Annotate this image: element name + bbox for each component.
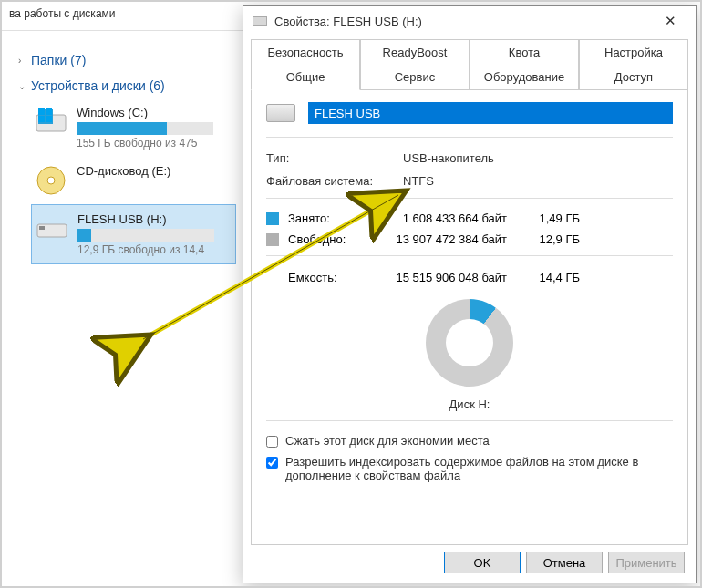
tree-folders[interactable]: › Папки (7) bbox=[18, 47, 236, 73]
close-button[interactable]: ✕ bbox=[650, 13, 690, 29]
filesystem-label: Файловая система: bbox=[266, 174, 403, 188]
index-checkbox[interactable] bbox=[266, 457, 278, 469]
apply-button[interactable]: Применить bbox=[608, 552, 685, 573]
free-label: Свободно: bbox=[288, 232, 370, 246]
tabs-row-1: Безопасность ReadyBoost Квота Настройка bbox=[251, 39, 688, 65]
index-label: Разрешить индексировать содержимое файло… bbox=[285, 455, 673, 482]
pie-label: Диск H: bbox=[266, 397, 673, 411]
svg-rect-3 bbox=[38, 108, 45, 115]
usb-drive-icon bbox=[36, 212, 68, 245]
filesystem-value: NTFS bbox=[403, 174, 673, 188]
dialog-title: Свойства: FLESH USB (H:) bbox=[274, 15, 422, 28]
capacity-bar bbox=[77, 229, 214, 242]
explorer-panel: ва работы с дисками › Папки (7) ⌄ Устрой… bbox=[2, 2, 243, 585]
drive-windows-c[interactable]: Windows (C:) 155 ГБ свободно из 475 bbox=[31, 98, 236, 157]
folders-count: (7) bbox=[70, 53, 86, 67]
drive-name: FLESH USB (H:) bbox=[77, 212, 232, 226]
svg-rect-10 bbox=[39, 226, 45, 230]
devices-count: (6) bbox=[150, 78, 165, 93]
drive-free-text: 155 ГБ свободно из 475 bbox=[77, 137, 232, 150]
drive-cd-e[interactable]: CD-дисковод (E:) bbox=[31, 157, 236, 204]
drive-flesh-usb-h[interactable]: FLESH USB (H:) 12,9 ГБ свободно из 14,4 bbox=[31, 204, 236, 264]
svg-rect-5 bbox=[38, 116, 45, 122]
tab-customize[interactable]: Настройка bbox=[579, 39, 688, 66]
capacity-bytes: 15 515 906 048 байт bbox=[370, 271, 525, 284]
drive-free-text: 12,9 ГБ свободно из 14,4 bbox=[77, 243, 232, 256]
dialog-titlebar: Свойства: FLESH USB (H:) ✕ bbox=[243, 6, 696, 36]
tab-general[interactable]: Общие bbox=[251, 65, 360, 90]
free-color-swatch bbox=[266, 233, 279, 246]
tab-hardware[interactable]: Оборудование bbox=[470, 65, 579, 90]
svg-rect-6 bbox=[46, 116, 52, 122]
tab-tools[interactable]: Сервис bbox=[360, 65, 470, 90]
nav-tree: › Папки (7) ⌄ Устройства и диски (6) Win… bbox=[2, 31, 243, 264]
tab-security[interactable]: Безопасность bbox=[251, 39, 360, 66]
chevron-down-icon: ⌄ bbox=[18, 81, 31, 91]
tab-readyboost[interactable]: ReadyBoost bbox=[360, 39, 470, 66]
drive-name: CD-дисковод (E:) bbox=[77, 164, 232, 178]
tree-devices[interactable]: ⌄ Устройства и диски (6) bbox=[18, 73, 236, 98]
type-value: USB-накопитель bbox=[403, 151, 673, 165]
chevron-right-icon: › bbox=[18, 56, 31, 66]
properties-dialog: Свойства: FLESH USB (H:) ✕ Безопасность … bbox=[243, 5, 697, 583]
used-gb: 1,49 ГБ bbox=[525, 211, 580, 225]
drive-name-input[interactable] bbox=[308, 102, 673, 124]
svg-point-8 bbox=[47, 177, 55, 184]
index-checkbox-row[interactable]: Разрешить индексировать содержимое файло… bbox=[266, 451, 673, 486]
disk-usage-pie bbox=[426, 299, 513, 387]
free-gb: 12,9 ГБ bbox=[525, 232, 580, 246]
cd-icon bbox=[35, 164, 67, 197]
tabs-row-2: Общие Сервис Оборудование Доступ bbox=[251, 65, 688, 89]
tab-sharing[interactable]: Доступ bbox=[579, 65, 688, 90]
drive-icon bbox=[253, 16, 267, 26]
compress-checkbox[interactable] bbox=[266, 436, 278, 448]
compress-label: Сжать этот диск для экономии места bbox=[285, 434, 490, 448]
hdd-icon bbox=[35, 106, 67, 139]
toolbar: ва работы с дисками bbox=[2, 2, 243, 31]
capacity-label: Емкость: bbox=[266, 271, 370, 284]
capacity-bar bbox=[77, 122, 213, 135]
used-label: Занято: bbox=[288, 211, 370, 225]
type-label: Тип: bbox=[266, 151, 403, 165]
used-color-swatch bbox=[266, 212, 279, 225]
ok-button[interactable]: OK bbox=[444, 552, 521, 573]
free-bytes: 13 907 472 384 байт bbox=[370, 232, 525, 246]
disk-icon bbox=[266, 104, 295, 122]
drive-name: Windows (C:) bbox=[77, 106, 232, 119]
toolbar-text: ва работы с дисками bbox=[9, 7, 116, 20]
capacity-gb: 14,4 ГБ bbox=[525, 271, 580, 284]
devices-label: Устройства и диски bbox=[31, 78, 146, 93]
used-bytes: 1 608 433 664 байт bbox=[370, 211, 525, 225]
tab-quota[interactable]: Квота bbox=[470, 39, 579, 66]
cancel-button[interactable]: Отмена bbox=[526, 552, 603, 573]
svg-rect-4 bbox=[46, 108, 52, 115]
tab-content-general: Тип: USB-накопитель Файловая система: NT… bbox=[251, 89, 688, 545]
folders-label: Папки bbox=[31, 53, 67, 67]
compress-checkbox-row[interactable]: Сжать этот диск для экономии места bbox=[266, 430, 673, 451]
